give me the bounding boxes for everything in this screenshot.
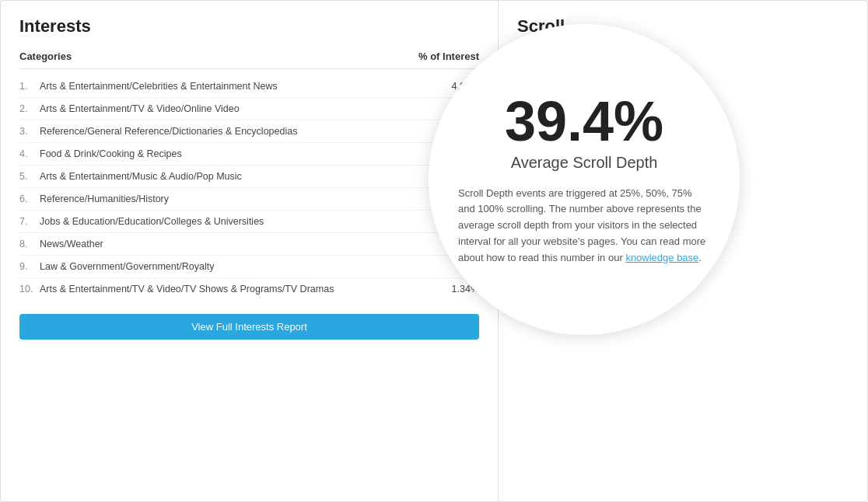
table-row: 2. Arts & Entertainment/TV & Video/Onlin…	[19, 98, 479, 120]
interests-panel: Interests Categories % of Interest 1. Ar…	[1, 1, 499, 501]
interest-label: Arts & Entertainment/TV & Video/Online V…	[40, 103, 240, 114]
view-report-button[interactable]: View Full Interests Report	[19, 314, 479, 340]
table-row: 8. News/Weather	[19, 233, 479, 256]
interest-rows-container: 1. Arts & Entertainment/Celebrities & En…	[19, 75, 479, 300]
interests-title: Interests	[19, 16, 479, 37]
interest-label: Arts & Entertainment/Celebrities & Enter…	[40, 81, 278, 92]
scroll-subtitle: Average Scroll Depth	[511, 154, 658, 172]
interest-label: Law & Government/Government/Royalty	[40, 261, 214, 272]
scroll-circle-wrapper: 39.4% Average Scroll Depth Scroll Depth …	[429, 24, 740, 335]
table-row: 3. Reference/General Reference/Dictionar…	[19, 120, 479, 143]
table-row: 10. Arts & Entertainment/TV & Video/TV S…	[19, 278, 479, 300]
interest-rank: 5.	[19, 171, 35, 182]
interest-label: News/Weather	[40, 239, 103, 249]
interest-label: Arts & Entertainment/Music & Audio/Pop M…	[40, 171, 242, 182]
table-row: 5. Arts & Entertainment/Music & Audio/Po…	[19, 166, 479, 188]
main-container: Interests Categories % of Interest 1. Ar…	[0, 0, 868, 502]
col-categories-label: Categories	[19, 51, 72, 62]
table-row: 1. Arts & Entertainment/Celebrities & En…	[19, 75, 479, 98]
interest-label: Food & Drink/Cooking & Recipes	[40, 148, 182, 159]
knowledge-base-link[interactable]: knowledge base	[625, 252, 698, 263]
interest-rank: 10.	[19, 284, 35, 295]
scroll-circle: 39.4% Average Scroll Depth Scroll Depth …	[429, 24, 740, 335]
scroll-percentage: 39.4%	[505, 93, 663, 149]
table-row: 9. Law & Government/Government/Royalty 1…	[19, 256, 479, 278]
scroll-panel: Scroll 39.4% Average Scroll Depth Scroll…	[499, 1, 867, 501]
interest-rank: 2.	[19, 103, 35, 114]
interest-rank: 4.	[19, 148, 35, 159]
scroll-description: Scroll Depth events are triggered at 25%…	[452, 186, 716, 267]
interest-label: Jobs & Education/Education/Colleges & Un…	[40, 216, 264, 227]
interest-rank: 7.	[19, 216, 35, 227]
table-row: 6. Reference/Humanities/History	[19, 188, 479, 211]
interest-label: Arts & Entertainment/TV & Video/TV Shows…	[40, 284, 334, 295]
interest-rank: 8.	[19, 239, 35, 249]
interest-label: Reference/General Reference/Dictionaries…	[40, 126, 297, 137]
table-row: 7. Jobs & Education/Education/Colleges &…	[19, 211, 479, 233]
interest-rank: 9.	[19, 261, 35, 272]
interest-rank: 6.	[19, 193, 35, 204]
interest-rank: 3.	[19, 126, 35, 137]
interest-rank: 1.	[19, 81, 35, 92]
interest-label: Reference/Humanities/History	[40, 193, 169, 204]
table-header: Categories % of Interest	[19, 51, 479, 69]
table-row: 4. Food & Drink/Cooking & Recipes	[19, 143, 479, 166]
